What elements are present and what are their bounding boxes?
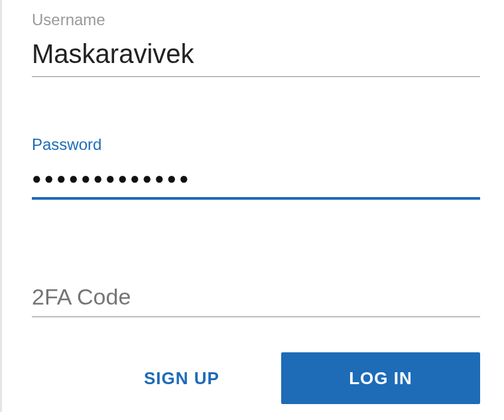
- log-in-button[interactable]: LOG IN: [281, 352, 480, 404]
- sign-up-button[interactable]: SIGN UP: [82, 352, 281, 404]
- password-input[interactable]: ●●●●●●●●●●●●●: [32, 157, 480, 200]
- username-field-group: Username: [32, 0, 480, 77]
- login-form: Username Password ●●●●●●●●●●●●● SIGN UP …: [0, 0, 504, 412]
- twofa-field-group: [32, 259, 480, 318]
- username-input[interactable]: [32, 33, 480, 77]
- username-label: Username: [32, 11, 480, 30]
- password-field-group: Password ●●●●●●●●●●●●●: [32, 117, 480, 200]
- button-row: SIGN UP LOG IN: [32, 352, 480, 404]
- twofa-input[interactable]: [32, 278, 480, 318]
- password-label: Password: [32, 135, 480, 155]
